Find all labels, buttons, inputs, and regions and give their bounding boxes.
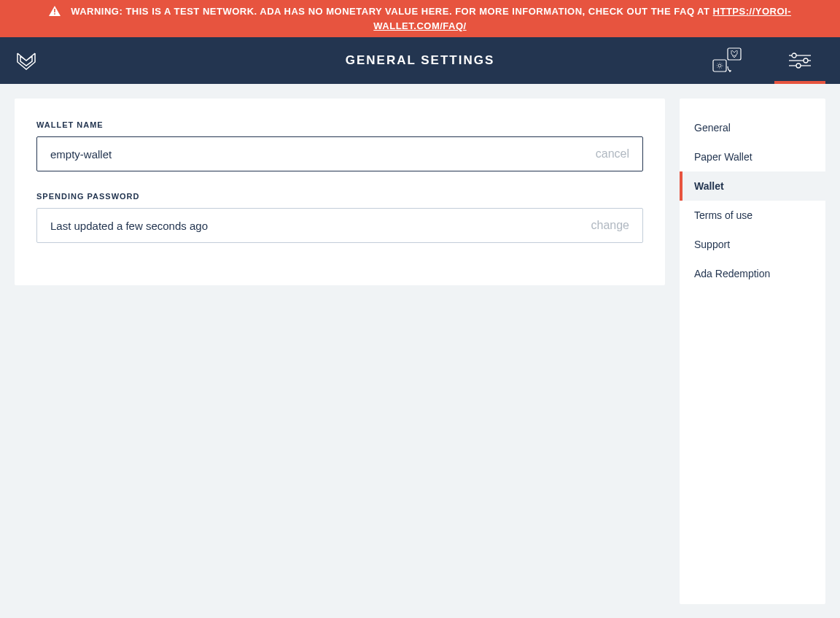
sidebar-item-paper-wallet[interactable]: Paper Wallet [680,142,825,171]
svg-rect-1 [54,13,55,15]
spending-password-group: SPENDING PASSWORD Last updated a few sec… [36,192,643,243]
svg-point-5 [717,63,723,69]
sidebar-item-wallet[interactable]: Wallet [680,171,825,201]
settings-main-panel: WALLET NAME cancel SPENDING PASSWORD Las… [15,99,665,285]
wallet-name-input[interactable] [50,148,596,161]
svg-rect-0 [54,9,55,12]
yoroi-logo-icon[interactable] [15,49,38,72]
settings-sidebar: GeneralPaper WalletWalletTerms of useSup… [680,99,825,604]
sidebar-item-general[interactable]: General [680,113,825,142]
spending-password-status: Last updated a few seconds ago [50,220,591,232]
spending-password-row: Last updated a few seconds ago change [36,208,643,243]
wallet-name-group: WALLET NAME cancel [36,120,643,171]
daedalus-transfer-button[interactable] [701,37,752,84]
sidebar-item-support[interactable]: Support [680,230,825,259]
wallet-name-label: WALLET NAME [36,120,643,129]
svg-rect-2 [728,48,741,60]
warning-text: WARNING: THIS IS A TEST NETWORK. ADA HAS… [71,6,712,17]
wallet-name-row: cancel [36,136,643,171]
settings-button[interactable] [774,37,825,84]
page-title: GENERAL SETTINGS [346,53,495,68]
svg-point-4 [718,64,721,67]
test-network-warning-bar: WARNING: THIS IS A TEST NETWORK. ADA HAS… [0,0,840,37]
sidebar-item-ada-redemption[interactable]: Ada Redemption [680,259,825,288]
spending-password-change-button[interactable]: change [591,219,630,232]
svg-rect-3 [713,60,726,72]
settings-sliders-icon [789,53,811,69]
topbar: GENERAL SETTINGS [0,37,840,84]
svg-point-9 [804,58,808,63]
svg-point-7 [792,53,796,58]
warning-icon [49,6,61,16]
spending-password-label: SPENDING PASSWORD [36,192,643,201]
sidebar-item-terms-of-use[interactable]: Terms of use [680,201,825,230]
svg-point-11 [796,63,801,68]
wallet-name-cancel-button[interactable]: cancel [596,147,629,161]
wallet-transfer-icon [712,47,742,74]
